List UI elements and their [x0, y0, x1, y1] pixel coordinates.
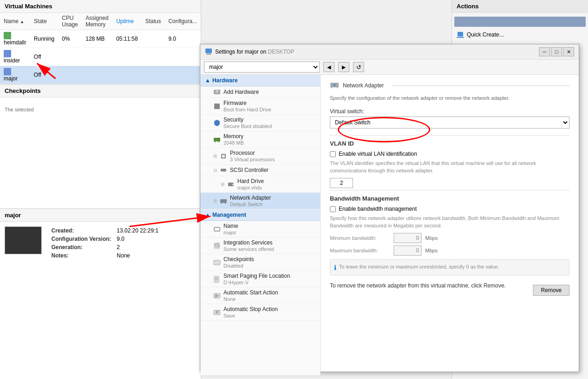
processor-icon — [220, 153, 227, 160]
vm-dropdown[interactable]: major — [204, 61, 320, 73]
auto-stop-label: Automatic Stop Action — [223, 306, 278, 312]
smart-paging-icon — [213, 275, 221, 283]
nav-firmware[interactable]: Firmware Boot from Hard Drive — [200, 98, 320, 115]
notes-value: None — [114, 251, 161, 260]
nav-processor[interactable]: ⊞ Processor 3 Virtual processors — [200, 148, 320, 165]
info-text: To leave the minimum or maximum unrestri… — [339, 263, 499, 270]
add-hardware-icon: + — [213, 88, 221, 96]
network-section-icon — [330, 82, 339, 89]
nav-back-button[interactable]: ◀ — [323, 62, 334, 72]
table-row[interactable]: major Off — [0, 66, 201, 84]
table-row[interactable]: heimdallr Running 0% 128 MB 05:11:58 9.0 — [0, 30, 201, 48]
nav-forward-button[interactable]: ▶ — [338, 62, 349, 72]
created-label: Created: — [49, 226, 114, 235]
svg-rect-9 — [218, 141, 219, 142]
min-bandwidth-row: Minimum bandwidth: Mbps — [330, 233, 569, 243]
bandwidth-checkbox-row: Enable bandwidth management — [330, 206, 569, 212]
config-value: 9.0 — [114, 235, 161, 243]
svg-rect-22 — [214, 260, 220, 265]
settings-nav: ▲ Hardware + Add Hardware Firmware Boot … — [200, 75, 321, 375]
bandwidth-checkbox-label[interactable]: Enable bandwidth management — [339, 206, 417, 212]
nav-management-header[interactable]: ▲ Management — [200, 209, 320, 221]
auto-start-label: Automatic Start Action — [223, 289, 278, 296]
svg-rect-26 — [215, 280, 217, 280]
minimize-button[interactable]: ─ — [539, 47, 550, 56]
nav-scsi-controller[interactable]: ⊟ SCSI Controller — [200, 165, 320, 176]
col-state[interactable]: State — [30, 13, 58, 30]
col-uptime[interactable]: Uptime — [112, 13, 142, 30]
hard-drive-label: Hard Drive — [237, 178, 264, 184]
close-button[interactable]: ✕ — [563, 47, 574, 56]
processor-label: Processor — [230, 150, 275, 156]
nav-hardware-header[interactable]: ▲ Hardware — [200, 75, 320, 86]
firmware-icon — [213, 103, 221, 110]
svg-rect-3 — [206, 54, 211, 55]
virtual-switch-dropdown[interactable]: Default Switch — [330, 116, 569, 128]
nav-network-adapter[interactable]: ⊞ Network Adapter Default Switch — [200, 193, 320, 209]
table-row[interactable]: insider Off — [0, 48, 201, 66]
checkpoints-icon — [213, 259, 221, 266]
settings-content: Network Adapter Specify the configuratio… — [321, 75, 579, 375]
vlan-checkbox[interactable] — [330, 151, 336, 157]
scsi-label: SCSI Controller — [230, 167, 268, 173]
created-value: 13.02.20 22:29:1 — [114, 226, 161, 235]
max-bandwidth-input[interactable] — [394, 245, 421, 256]
svg-rect-19 — [214, 227, 220, 231]
generation-value: 2 — [114, 243, 161, 251]
svg-rect-33 — [337, 87, 338, 88]
vlan-checkbox-label[interactable]: Enable virtual LAN identification — [339, 151, 417, 157]
nav-memory[interactable]: Memory 2048 MB — [200, 131, 320, 148]
nav-smart-paging[interactable]: Smart Paging File Location D:\Hyper-V — [200, 271, 320, 287]
nav-hard-drive[interactable]: ⊞ Hard Drive major.vhdx — [200, 176, 320, 193]
col-config[interactable]: Configura... — [165, 13, 201, 30]
svg-rect-8 — [215, 141, 216, 142]
integration-label: Integration Services — [223, 239, 274, 246]
vm-section: Virtual Machines Name ▲ State CPU Usage … — [0, 0, 201, 85]
name-label: Name — [223, 223, 238, 229]
notes-label: Notes: — [49, 251, 114, 260]
remove-section: To remove the network adapter from this … — [330, 282, 569, 296]
col-cpu[interactable]: CPU Usage — [58, 13, 82, 30]
svg-text:+: + — [215, 88, 218, 95]
scsi-expand: ⊟ — [213, 168, 217, 173]
security-sub: Secure Boot disabled — [223, 123, 272, 129]
quick-create-icon — [457, 31, 464, 38]
bandwidth-checkbox[interactable] — [330, 206, 336, 212]
remove-button[interactable]: Remove — [533, 285, 569, 296]
col-status[interactable]: Status — [142, 13, 165, 30]
nav-add-hardware[interactable]: + Add Hardware — [200, 86, 320, 98]
processor-sub: 3 Virtual processors — [230, 157, 275, 162]
settings-dialog-icon — [205, 48, 212, 55]
svg-point-14 — [232, 183, 234, 185]
network-expand: ⊞ — [213, 198, 217, 203]
nav-auto-start[interactable]: ▶ Automatic Start Action None — [200, 287, 320, 304]
nav-integration-services[interactable]: IS Integration Services Some services of… — [200, 238, 320, 254]
vm-section-header: Virtual Machines — [0, 0, 201, 13]
bandwidth-title: Bandwidth Management — [330, 195, 569, 202]
integration-sub: Some services offered — [223, 246, 274, 252]
management-label: Management — [212, 212, 246, 218]
maximize-button[interactable]: □ — [551, 47, 562, 56]
config-label: Configuration Version: — [49, 235, 114, 243]
refresh-button[interactable]: ↺ — [353, 62, 364, 72]
col-name[interactable]: Name ▲ — [0, 13, 30, 30]
bandwidth-section: Bandwidth Management Enable bandwidth ma… — [330, 190, 569, 275]
quick-create-item[interactable]: Quick Create... — [452, 29, 588, 40]
dialog-titlebar: Settings for major on DESKTOP ─ □ ✕ — [200, 44, 579, 60]
min-bandwidth-input[interactable] — [394, 233, 421, 243]
vlan-input[interactable] — [330, 178, 353, 188]
scsi-icon — [220, 166, 227, 174]
svg-rect-25 — [215, 279, 218, 279]
max-bandwidth-unit: Mbps — [425, 248, 438, 253]
management-expand-icon: ▲ — [205, 212, 210, 218]
nav-security[interactable]: Security Secure Boot disabled — [200, 115, 320, 131]
remove-description: To remove the network adapter from this … — [330, 282, 506, 289]
svg-rect-12 — [221, 169, 226, 171]
hard-drive-sub: major.vhdx — [237, 185, 264, 190]
min-bandwidth-unit: Mbps — [425, 235, 438, 241]
nav-name[interactable]: Name major — [200, 221, 320, 238]
nav-checkpoints[interactable]: Checkpoints Disabled — [200, 254, 320, 271]
nav-auto-stop[interactable]: ■ Automatic Stop Action Save — [200, 304, 320, 321]
vm-details-section: major Created:13.02.20 22:29:1 Configura… — [0, 208, 201, 264]
col-memory[interactable]: Assigned Memory — [82, 13, 112, 30]
